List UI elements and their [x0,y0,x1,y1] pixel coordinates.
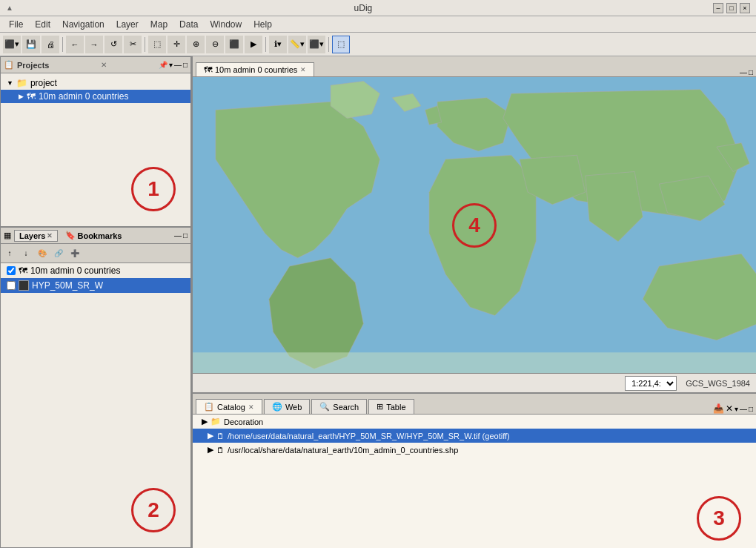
projects-panel-actions: 📌 ▾ — □ [159,61,188,69]
menu-edit[interactable]: Edit [29,18,56,31]
catalog-tab-close[interactable]: ✕ [248,403,254,411]
tb-zoom-in[interactable]: ⊕ [187,36,205,53]
layers-tab-close[interactable]: ✕ [47,232,53,240]
hyp-tif-arrow: ▶ [208,431,213,440]
catalog-hyp-tif[interactable]: ▶ 🗒 /home/user/data/natural_earth/HYP_50… [193,429,756,443]
web-icon: 🌐 [272,402,282,412]
layer-2-checkbox[interactable] [7,281,16,290]
map-tab-maximize[interactable]: □ [749,68,753,76]
layers-toolbar: ↑ ↓ 🎨 🔗 ➕ [1,244,190,263]
folder-icon: 📁 [16,78,27,88]
tb-pan[interactable]: ✛ [168,36,185,53]
layer-add-btn[interactable]: ➕ [67,246,82,261]
tab-catalog[interactable]: 📋 Catalog ✕ [196,399,262,414]
menu-file[interactable]: File [3,18,29,31]
tb-zoom-out[interactable]: ⊖ [206,36,224,53]
tb-back[interactable]: ← [66,36,84,53]
projects-minimize-btn[interactable]: — [174,61,182,69]
tb-tool-active[interactable]: ⬚ [332,36,350,53]
projects-maximize-btn[interactable]: □ [183,61,188,69]
window-controls[interactable]: – □ × [713,3,750,13]
minimize-button[interactable]: – [713,3,723,13]
layers-tab[interactable]: Layers ✕ [14,230,58,242]
layer-link-btn[interactable]: 🔗 [51,246,66,261]
projects-pin-icon[interactable]: 📌 [159,61,168,69]
titlebar: ▲ uDig – □ × [0,0,756,16]
tab-web[interactable]: 🌐 Web [264,399,310,414]
search-icon: 🔍 [319,402,330,412]
map-icon: 🗺 [27,91,36,102]
tb-select[interactable]: ⬛▾ [308,36,325,53]
tree-project-root[interactable]: ▼ 📁 project [1,76,190,90]
map-area[interactable]: 4 [193,77,756,373]
catalog-shp[interactable]: ▶ 🗒 /usr/local/share/data/natural_earth/… [193,443,756,457]
maximize-button[interactable]: □ [726,3,737,13]
hyp-tif-label: /home/user/data/natural_earth/HYP_50M_SR… [228,432,510,440]
menubar: File Edit Navigation Layer Map Data Wind… [0,16,756,33]
tb-refresh[interactable]: ↺ [105,36,122,53]
projects-tree: ▼ 📁 project ▶ 🗺 10m admin 0 countries 1 [1,73,190,226]
projects-panel-close[interactable]: ✕ [101,61,107,69]
projects-chevron-icon[interactable]: ▾ [169,61,173,69]
catalog-icon: 📋 [204,402,214,412]
bottom-close-icon[interactable]: ✕ [726,403,733,414]
projects-panel-title: Projects [17,61,49,70]
tb-next-extent[interactable]: ▶ [245,36,262,53]
tb-measure[interactable]: 📏▾ [288,36,306,53]
layer-down-btn[interactable]: ↓ [19,246,33,261]
menu-layer[interactable]: Layer [110,18,145,31]
annotation-3: 3 [697,496,741,541]
bookmark-icon: 🔖 [65,231,76,240]
map-tab-minimize[interactable]: — [740,68,747,76]
layers-minimize-btn[interactable]: — [174,231,182,240]
tb-sep3 [265,37,266,52]
menu-map[interactable]: Map [145,18,173,31]
layer-up-btn[interactable]: ↑ [2,246,17,261]
menu-navigation[interactable]: Navigation [56,18,110,31]
tb-zoom-extent[interactable]: ⬛ [225,36,243,53]
map-item-name: 10m admin 0 countries [39,91,128,102]
layer-1-checkbox[interactable] [7,266,16,275]
right-panel: 🗺 10m admin 0 countries ✕ — □ [193,56,756,548]
tb-new[interactable]: ⬛▾ [3,36,21,53]
map-statusbar: 1:221,4: GCS_WGS_1984 [193,373,756,392]
decoration-label: Decoration [224,417,263,426]
catalog-decoration[interactable]: ▶ 📁 Decoration [193,415,756,429]
map-tab-controls: — □ [740,68,753,76]
map-tab-icon: 🗺 [204,65,212,74]
tb-cut[interactable]: ✂ [124,36,142,53]
tb-forward[interactable]: → [85,36,103,53]
layers-maximize-btn[interactable]: □ [183,231,188,240]
tb-save[interactable]: 💾 [22,36,40,53]
tab-table[interactable]: ⊞ Table [368,399,414,414]
layers-panel-header: ▦ Layers ✕ 🔖 Bookmarks — □ [1,228,190,244]
map-tab-close[interactable]: ✕ [300,66,306,73]
crs-label: GCS_WGS_1984 [686,379,750,388]
tb-zoom-box[interactable]: ⬚ [148,36,166,53]
menu-window[interactable]: Window [204,18,248,31]
layer-style-btn[interactable]: 🎨 [35,246,50,261]
layer-item-1[interactable]: 🗺 10m admin 0 countries [1,263,190,278]
shp-label: /usr/local/share/data/natural_earth/10m_… [228,446,458,455]
bottom-maximize-btn[interactable]: □ [749,405,753,413]
tb-sep2 [145,37,145,52]
shp-icon: 🗒 [216,446,225,455]
menu-help[interactable]: Help [248,18,278,31]
bottom-import-icon[interactable]: 📥 [713,403,724,414]
tb-info[interactable]: ℹ▾ [269,36,287,53]
map-tab-main[interactable]: 🗺 10m admin 0 countries ✕ [196,62,314,76]
bookmarks-tab[interactable]: 🔖 Bookmarks [61,230,126,241]
shp-arrow: ▶ [208,445,213,455]
scale-select[interactable]: 1:221,4: [625,376,677,391]
layer-2-name: HYP_50M_SR_W [32,280,103,291]
bottom-chevron-icon[interactable]: ▾ [735,405,738,413]
tree-map-item[interactable]: ▶ 🗺 10m admin 0 countries [1,90,190,103]
menu-data[interactable]: Data [173,18,204,31]
close-button[interactable]: × [740,3,750,13]
tb-sep4 [328,37,329,52]
tab-search[interactable]: 🔍 Search [311,399,367,414]
annotation-4: 4 [452,203,497,248]
bottom-minimize-btn[interactable]: — [740,405,747,413]
layer-item-2[interactable]: HYP_50M_SR_W [1,278,190,293]
tb-print[interactable]: 🖨 [42,36,59,53]
